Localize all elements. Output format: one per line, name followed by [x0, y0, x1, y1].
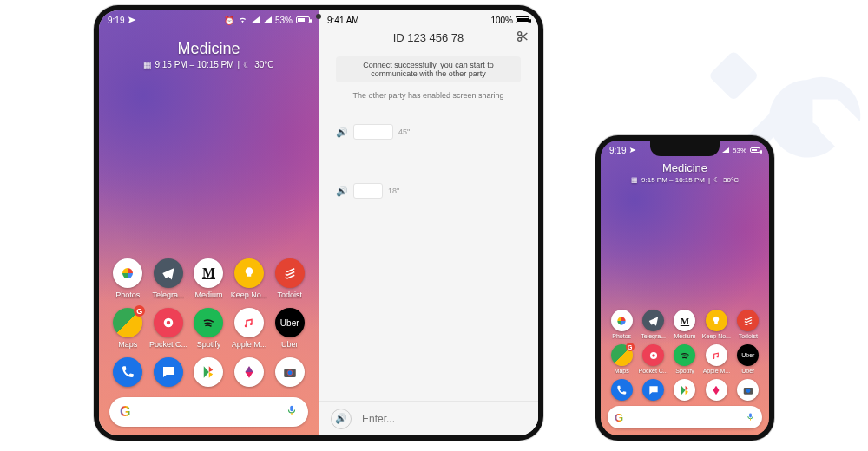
dock-gallery[interactable] [229, 357, 270, 387]
widget-temp: 30°C [254, 60, 273, 69]
dock-camera[interactable] [733, 379, 764, 401]
google-g-icon: G [120, 404, 130, 420]
paper-plane-icon [629, 147, 636, 154]
voice-duration: 45" [398, 127, 410, 136]
widget-temp: 30°C [723, 176, 739, 184]
telegram-icon [642, 310, 664, 331]
right-status-bar: 9:41 AM 100% [319, 10, 538, 29]
status-time: 9:19 [609, 146, 626, 155]
dock-phone[interactable] [108, 357, 148, 387]
tablet-right-pane: 9:41 AM 100% ID 123 456 78 Connect succe… [319, 10, 538, 435]
widget-subtitle: ▦ 9:15 PM – 10:15 PM | ☾ 30°C [601, 176, 769, 184]
voice-message-2[interactable]: 🔊 18" [336, 183, 521, 199]
battery-icon [750, 147, 760, 153]
app-todoist[interactable]: Todoist [733, 310, 764, 339]
voice-message-1[interactable]: 🔊 45" [336, 124, 521, 140]
phone-icon [611, 379, 633, 401]
tablet-camera [316, 14, 321, 19]
app-medium[interactable]: MMedium [188, 258, 229, 299]
clock-widget[interactable]: Medicine ▦ 9:15 PM – 10:15 PM | ☾ 30°C [601, 161, 769, 184]
clock-widget[interactable]: Medicine ▦ 9:15 PM – 10:15 PM | ☾ 30°C [99, 40, 319, 69]
google-search-bar[interactable]: G [608, 406, 762, 428]
battery-pct: 53% [733, 147, 746, 154]
screen-share-note: The other party has enabled screen shari… [336, 91, 521, 100]
app-photos[interactable]: Photos [606, 310, 637, 339]
dock-camera[interactable] [269, 357, 310, 387]
app-todoist[interactable]: Todoist [269, 258, 310, 299]
maps-icon: G [611, 344, 633, 366]
app-medium[interactable]: MMedium [669, 310, 700, 339]
phone-device: 9:19 53% Medicine ▦ 9:15 PM – 10:15 PM |… [595, 135, 774, 441]
dock-phone[interactable] [606, 379, 637, 401]
app-icon-grid: Photos Telegra... MMedium Keep No... Tod… [601, 310, 769, 401]
spotify-icon [674, 344, 695, 366]
todoist-icon [737, 310, 759, 331]
tablet-device: 9:19 ⏰ 53% [94, 5, 543, 441]
mic-icon[interactable] [286, 404, 298, 420]
medium-icon: M [674, 310, 695, 331]
wifi-icon [238, 15, 247, 26]
paper-plane-icon [128, 16, 136, 24]
app-icon-grid: Photos Telegra... MMedium Keep No... Tod… [99, 258, 319, 387]
app-uber[interactable]: UberUber [733, 344, 764, 374]
gallery-icon [234, 357, 264, 387]
play-store-icon [674, 379, 695, 401]
app-spotify[interactable]: Spotify [188, 308, 229, 349]
app-pocket[interactable]: Pocket C... [148, 308, 189, 349]
svg-point-5 [167, 321, 171, 325]
app-keep[interactable]: Keep No... [229, 258, 270, 299]
status-bar: 9:19 ⏰ 53% [99, 10, 319, 29]
dock-gallery[interactable] [700, 379, 732, 401]
messages-icon [642, 379, 664, 401]
dock-messages[interactable] [637, 379, 668, 401]
app-keep[interactable]: Keep No... [700, 310, 732, 339]
session-id: ID 123 456 78 [393, 31, 464, 44]
voice-bubble [353, 183, 383, 199]
app-apple-music[interactable]: Apple M... [229, 308, 270, 349]
dock-play-store[interactable] [669, 379, 700, 401]
app-spotify[interactable]: Spotify [669, 344, 700, 374]
svg-rect-1 [708, 52, 760, 101]
app-photos[interactable]: Photos [108, 258, 148, 299]
camera-icon [737, 379, 759, 401]
app-uber[interactable]: UberUber [269, 308, 310, 349]
svg-point-14 [652, 354, 655, 357]
widget-time: 9:15 PM – 10:15 PM [155, 60, 233, 69]
widget-time: 9:15 PM – 10:15 PM [641, 176, 705, 184]
alarm-icon: ⏰ [224, 16, 234, 25]
medium-icon: M [194, 258, 223, 288]
dock-play-store[interactable] [188, 357, 229, 387]
app-apple-music[interactable]: Apple M... [700, 344, 732, 374]
keep-icon [234, 258, 264, 288]
app-maps[interactable]: GMaps [108, 308, 148, 349]
chat-input-bar: 🔊 [319, 401, 538, 435]
signal-icon [722, 147, 729, 153]
voice-input-button[interactable]: 🔊 [331, 409, 352, 429]
scissors-icon[interactable] [516, 29, 529, 46]
pocket-icon [642, 344, 664, 366]
mic-icon[interactable] [746, 409, 755, 425]
uber-icon: Uber [275, 308, 305, 337]
app-maps[interactable]: GMaps [606, 344, 637, 374]
phone-icon [113, 357, 142, 387]
right-battery-pct: 100% [490, 16, 513, 25]
signal-icon-2 [263, 16, 272, 23]
telegram-icon [154, 258, 183, 288]
svg-rect-17 [749, 413, 752, 417]
widget-subtitle: ▦ 9:15 PM – 10:15 PM | ☾ 30°C [99, 60, 319, 69]
dock-messages[interactable] [148, 357, 189, 387]
chat-body: Connect successfully, you can start to c… [319, 51, 538, 401]
app-pocket[interactable]: Pocket C... [637, 344, 668, 374]
photos-icon [113, 258, 142, 288]
voice-bubble [353, 124, 393, 140]
battery-icon [516, 16, 529, 23]
google-search-bar[interactable]: G [109, 397, 308, 427]
session-title-bar: ID 123 456 78 [319, 29, 538, 51]
volume-icon: 🔊 [336, 186, 348, 197]
voice-duration: 18" [388, 186, 399, 195]
app-telegram[interactable]: Telegra... [637, 310, 668, 339]
widget-title: Medicine [601, 161, 769, 174]
svg-point-3 [793, 121, 821, 149]
app-telegram[interactable]: Telegra... [148, 258, 189, 299]
chat-text-input[interactable] [360, 412, 526, 426]
